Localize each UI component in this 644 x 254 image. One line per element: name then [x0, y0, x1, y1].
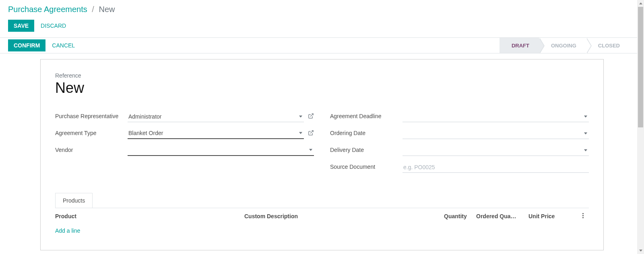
confirm-button[interactable]: CONFIRM — [8, 39, 45, 51]
table-body: Add a line — [55, 224, 589, 237]
top-action-bar: SAVE DISCARD — [0, 14, 644, 37]
form-sheet: Reference New Purchase Representative — [40, 59, 604, 250]
col-header-product[interactable]: Product — [55, 213, 244, 219]
content-area: Reference New Purchase Representative — [0, 53, 644, 250]
products-table: Product Custom Description Quantity Orde… — [55, 208, 589, 237]
input-vendor[interactable] — [128, 145, 314, 156]
input-source-document-text[interactable] — [403, 164, 588, 170]
row-agreement-type: Agreement Type — [55, 128, 314, 140]
status-bar: CONFIRM CANCEL DRAFT ONGOING CLOSED — [0, 37, 644, 53]
reference-label: Reference — [55, 72, 589, 79]
breadcrumb-current: New — [99, 5, 115, 14]
breadcrumb-bar: Purchase Agreements / New — [0, 0, 644, 14]
col-header-description[interactable]: Custom Description — [244, 213, 444, 219]
row-delivery-date: Delivery Date — [330, 145, 589, 157]
col-header-quantity[interactable]: Quantity — [444, 213, 476, 219]
input-delivery-date[interactable] — [402, 145, 589, 156]
input-purchase-representative-text[interactable] — [128, 113, 294, 120]
col-header-unit-price[interactable]: Unit Price — [528, 213, 577, 219]
discard-button[interactable]: DISCARD — [41, 23, 66, 29]
add-line-link[interactable]: Add a line — [55, 227, 80, 234]
external-link-icon[interactable] — [308, 130, 314, 137]
label-purchase-representative: Purchase Representative — [55, 111, 128, 119]
row-source-document: Source Document — [330, 162, 589, 174]
row-ordering-date: Ordering Date — [330, 128, 589, 140]
label-vendor: Vendor — [55, 145, 128, 153]
input-agreement-deadline[interactable] — [402, 111, 589, 122]
chevron-down-icon — [584, 149, 587, 151]
row-agreement-deadline: Agreement Deadline — [330, 111, 589, 123]
svg-line-0 — [310, 114, 313, 117]
form-col-left: Purchase Representative Agreement Type — [55, 111, 314, 178]
cancel-button[interactable]: CANCEL — [52, 42, 75, 49]
breadcrumb-root-link[interactable]: Purchase Agreements — [8, 5, 87, 14]
scrollbar-thumb[interactable] — [638, 7, 643, 127]
status-actions: CONFIRM CANCEL — [8, 38, 75, 53]
chevron-down-icon — [299, 115, 302, 117]
input-source-document[interactable] — [402, 162, 589, 173]
tabs: Products — [55, 193, 589, 208]
svg-line-1 — [310, 131, 313, 133]
scroll-down-icon[interactable] — [637, 247, 644, 250]
input-purchase-representative[interactable] — [128, 111, 304, 122]
chevron-down-icon — [309, 149, 312, 151]
chevron-down-icon — [584, 132, 587, 134]
label-ordering-date: Ordering Date — [330, 128, 402, 136]
breadcrumb: Purchase Agreements / New — [8, 5, 636, 14]
input-agreement-type-text[interactable] — [128, 130, 294, 136]
label-source-document: Source Document — [330, 162, 402, 170]
table-header: Product Custom Description Quantity Orde… — [55, 208, 589, 224]
external-link-icon[interactable] — [308, 113, 314, 120]
input-agreement-type[interactable] — [128, 128, 304, 139]
label-agreement-deadline: Agreement Deadline — [330, 111, 402, 119]
scroll-up-icon[interactable] — [637, 0, 644, 7]
status-steps: DRAFT ONGOING CLOSED — [500, 38, 644, 53]
tab-products[interactable]: Products — [55, 193, 93, 208]
row-purchase-representative: Purchase Representative — [55, 111, 314, 123]
kebab-icon — [582, 212, 584, 219]
reference-value: New — [55, 80, 589, 96]
row-vendor: Vendor — [55, 145, 314, 157]
status-step-ongoing[interactable]: ONGOING — [539, 38, 586, 53]
input-agreement-deadline-text[interactable] — [403, 113, 579, 120]
status-step-draft[interactable]: DRAFT — [500, 38, 539, 53]
input-ordering-date[interactable] — [402, 128, 589, 139]
status-step-closed[interactable]: CLOSED — [586, 38, 630, 53]
chevron-down-icon — [584, 115, 587, 117]
col-header-options[interactable] — [577, 212, 589, 220]
save-button[interactable]: SAVE — [8, 20, 34, 32]
chevron-down-icon — [299, 132, 302, 134]
label-agreement-type: Agreement Type — [55, 128, 128, 136]
input-vendor-text[interactable] — [128, 147, 304, 153]
label-delivery-date: Delivery Date — [330, 145, 402, 153]
breadcrumb-separator: / — [92, 5, 94, 14]
scrollbar[interactable] — [637, 0, 644, 250]
form-col-right: Agreement Deadline Ordering Date — [330, 111, 589, 178]
form-grid: Purchase Representative Agreement Type — [55, 111, 589, 178]
input-ordering-date-text[interactable] — [403, 130, 579, 137]
input-delivery-date-text[interactable] — [403, 147, 579, 154]
col-header-ordered[interactable]: Ordered Qua… — [476, 213, 528, 219]
